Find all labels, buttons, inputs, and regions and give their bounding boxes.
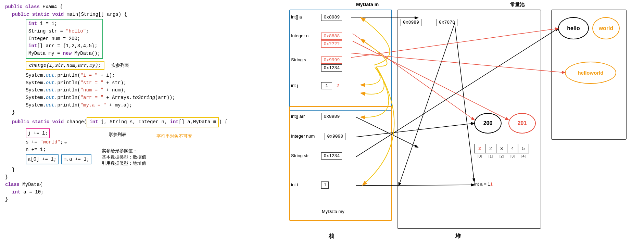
- oval-hello: hello: [558, 17, 589, 39]
- change-body: j += 1; s += "world"; ✏️ n += 1; a[0] +=…: [26, 128, 91, 165]
- line-mydata: MyData my = new MyData();: [28, 50, 100, 58]
- stack-row-arr: int[] arr 0x8989: [291, 113, 342, 120]
- stack-row-i: int i 1: [291, 181, 329, 189]
- line-s: s += "world";: [26, 139, 63, 146]
- basic-type-note: 基本数据类型：数据值: [102, 154, 146, 160]
- val-n1: 0x8888: [321, 33, 342, 40]
- val-0x8989-top: 0x8989: [401, 19, 421, 26]
- ref-type-note: 引用数据类型：地址值: [102, 160, 146, 166]
- val-i: 1: [321, 181, 329, 189]
- val-s1: 0x9999: [321, 56, 342, 64]
- line-close-class: }: [5, 174, 282, 181]
- line-int-i: int i = 1;: [28, 20, 100, 28]
- line-integer: Integer num = 200;: [28, 35, 100, 43]
- line-ma: m.a += 1;: [63, 156, 89, 163]
- cell-2: 3: [496, 144, 507, 153]
- line-int-a: int a = 10;: [12, 189, 282, 196]
- pass-note: 实参给形参赋值：: [102, 148, 146, 154]
- val-str: 0x1234: [321, 152, 342, 160]
- val-s2: 0x1234: [321, 64, 342, 72]
- val-a: 0x8989: [321, 14, 342, 21]
- stack-label: 栈: [329, 233, 334, 240]
- val-heap-0x8989: 0x8989: [401, 19, 421, 26]
- line-println-str: System.out.println("str = " + str);: [26, 79, 282, 87]
- line-mydata-class: class MyData{: [5, 181, 282, 189]
- cell-1: 2: [485, 144, 496, 153]
- line-println-i: System.out.println("i = " + i);: [26, 72, 282, 79]
- stack-row-a: int[] a 0x8989: [291, 14, 342, 21]
- pencil-icon: ✏️: [64, 140, 67, 145]
- code-panel: public class Exam4 { public static void …: [0, 0, 288, 252]
- line-main-decl: public static void main(String[] args) {: [12, 11, 282, 18]
- cell-0: 2: [474, 144, 485, 153]
- line-a0: a[0] += 1;: [28, 156, 56, 163]
- val-0x7878: 0x7878: [437, 19, 457, 26]
- cell-4: 5: [518, 144, 529, 153]
- box-ma: m.a += 1;: [61, 154, 91, 165]
- line-j: j += 1;: [28, 130, 48, 137]
- cell-3: 4: [507, 144, 518, 153]
- oval-world: world: [592, 17, 620, 39]
- line-close-change: }: [12, 166, 282, 174]
- change-call-text: change(i,str,num,arr,my);: [29, 63, 101, 68]
- line-close-main: }: [12, 109, 282, 116]
- oval-201: 201: [508, 113, 536, 134]
- notes-area: 形参列表 实参给形参赋值： 基本数据类型：数据值 引用数据类型：地址值: [102, 131, 146, 166]
- mydata-my-label: MyData my: [322, 209, 344, 214]
- int-a-label: int a = 11: [474, 181, 493, 187]
- change-params-box: int j, String s, Integer n, int[] a,MyDa…: [87, 117, 219, 127]
- line-println-arr: System.out.println("arr = " + Arrays.toS…: [26, 94, 282, 102]
- formal-params-label: 形参列表: [109, 131, 146, 138]
- val-j1: 1: [321, 82, 332, 89]
- array-cells: 2 2 3 4 5 [0] [1] [2] [3] [4]: [474, 144, 529, 158]
- box-a0: a[0] += 1;: [26, 154, 59, 165]
- val-j2: 2: [337, 83, 339, 88]
- oval-helloworld: helloworld: [565, 62, 616, 84]
- main-frame: [289, 106, 392, 221]
- line-println-num: System.out.println("num = " + num);: [26, 87, 282, 94]
- memory-diagram: MyData m 常量池 int[] a 0x8989 Integer n 0x…: [288, 0, 644, 252]
- stack-row-str: String str 0x1234: [291, 152, 342, 160]
- val-n2: 0x????: [321, 40, 342, 48]
- line-class-decl: public class Exam4 {: [5, 3, 282, 11]
- real-params-label: 实参列表: [111, 62, 129, 68]
- stack-row-j: int j 1 2: [291, 82, 339, 89]
- line-close-mydata: }: [5, 196, 282, 203]
- stack-row-num: Integer num 0x9090: [291, 133, 345, 140]
- line-intarr: int[] arr = {1,2,3,4,5};: [28, 42, 100, 50]
- stack-row-n: Integer n 0x8888 0x????: [291, 33, 342, 48]
- heap-label: 堆: [455, 233, 461, 240]
- val-num: 0x9090: [325, 133, 345, 140]
- constant-pool-label: 常量池: [510, 2, 525, 8]
- change-call-box: change(i,str,num,arr,my);: [26, 61, 104, 70]
- box-0x7878: 0x7878: [437, 19, 457, 26]
- line-change-decl: public static void change(int j, String …: [12, 117, 227, 127]
- box-j: j += 1;: [26, 128, 50, 139]
- string-immutable-label: 字符串对象不可变: [156, 134, 192, 139]
- green-box-block: int i = 1; String str = "hello"; Integer…: [26, 19, 103, 59]
- oval-200: 200: [474, 113, 502, 134]
- line-n: n += 1;: [26, 146, 91, 154]
- line-str: String str = "hello";: [28, 28, 100, 35]
- stack-row-s: String s 0x9999 0x1234: [291, 56, 342, 72]
- val-arr: 0x8989: [321, 113, 342, 120]
- mydata-m-label: MyData m: [356, 2, 379, 7]
- line-println-mya: System.out.println("my.a = " + my.a);: [26, 102, 282, 109]
